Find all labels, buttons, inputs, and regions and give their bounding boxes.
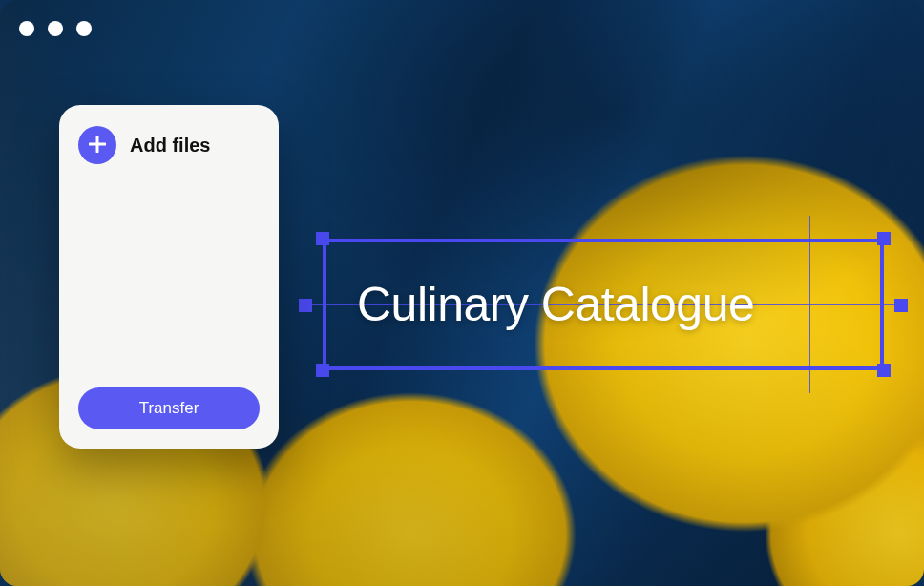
add-files-label: Add files bbox=[130, 135, 210, 157]
window-dot[interactable] bbox=[19, 21, 34, 36]
transfer-button-label: Transfer bbox=[139, 399, 200, 418]
upload-card: Add files Transfer bbox=[59, 105, 279, 449]
window-controls bbox=[19, 21, 92, 36]
canvas-title-text[interactable]: Culinary Catalogue bbox=[323, 239, 884, 370]
transfer-button[interactable]: Transfer bbox=[78, 387, 260, 429]
upload-dropzone[interactable] bbox=[78, 164, 260, 387]
window-dot[interactable] bbox=[48, 21, 63, 36]
add-files-row[interactable]: Add files bbox=[78, 126, 260, 164]
add-files-button[interactable] bbox=[78, 126, 116, 164]
text-selection-box[interactable]: Culinary Catalogue bbox=[323, 239, 884, 370]
window-dot[interactable] bbox=[76, 21, 92, 36]
plus-icon bbox=[89, 132, 106, 158]
